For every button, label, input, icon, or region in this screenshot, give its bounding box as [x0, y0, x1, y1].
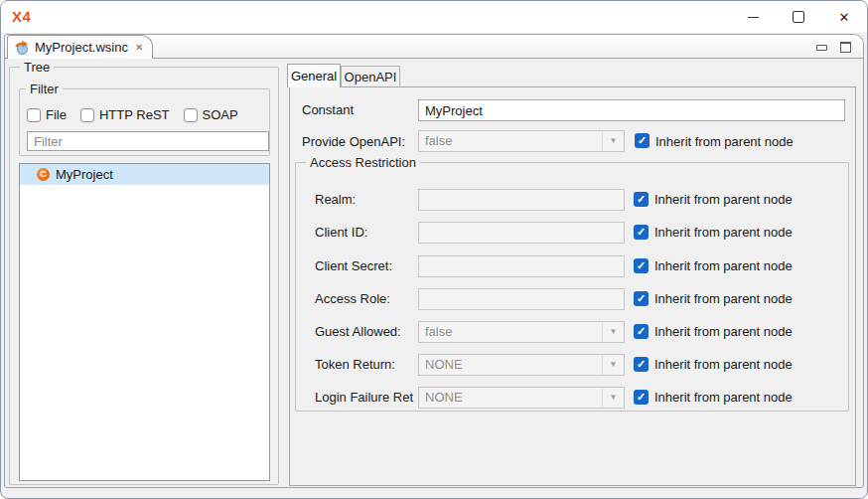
access-role-inherit-label: Inherit from parent node: [654, 288, 793, 310]
login-failure-value: NONE: [419, 388, 602, 408]
token-return-row: Token Return: NONE ▼ ✓ Inherit from pare…: [296, 354, 848, 376]
app-window: X4 ✕ MyProject.wsinc: [0, 0, 868, 499]
login-failure-dropdown[interactable]: NONE ▼: [418, 387, 625, 409]
guest-allowed-inherit-label: Inherit from parent node: [654, 321, 793, 343]
editor-area: MyProject.wsinc ✕ Tree Filter File HTTP …: [4, 34, 864, 488]
guest-allowed-label: Guest Allowed:: [315, 321, 401, 343]
filter-checkbox-row: File HTTP ReST SOAP: [27, 107, 238, 122]
check-icon: ✓: [637, 358, 646, 370]
login-failure-inherit-label: Inherit from parent node: [654, 387, 793, 409]
token-return-value: NONE: [419, 355, 602, 375]
tab-openapi[interactable]: OpenAPI: [341, 66, 400, 86]
client-id-inherit-label: Inherit from parent node: [654, 222, 793, 244]
login-failure-row: Login Failure Ret NONE ▼ ✓ Inherit from …: [296, 387, 848, 409]
client-id-inherit-checkbox[interactable]: ✓: [634, 225, 649, 240]
app-logo: X4: [12, 8, 31, 25]
filter-checkbox-soap-label: SOAP: [203, 107, 238, 122]
window-close-button[interactable]: ✕: [821, 1, 867, 33]
realm-label: Realm:: [315, 189, 356, 211]
check-icon: ✓: [637, 259, 646, 271]
client-secret-row: Client Secret: ✓ Inherit from parent nod…: [296, 255, 848, 277]
provide-openapi-value: false: [419, 131, 602, 151]
access-restriction-group-label: Access Restriction: [306, 155, 420, 170]
tab-general-label: General: [291, 69, 337, 83]
view-minimize-button[interactable]: [816, 45, 827, 51]
check-icon: ✓: [637, 193, 646, 205]
guest-allowed-value: false: [419, 322, 602, 342]
client-secret-inherit-checkbox[interactable]: ✓: [634, 258, 649, 273]
realm-row: Realm: ✓ Inherit from parent node: [296, 189, 848, 211]
check-icon: ✓: [637, 292, 646, 304]
maximize-icon: [793, 11, 804, 23]
editor-tab-myproject[interactable]: MyProject.wsinc ✕: [7, 35, 153, 59]
filter-checkbox-soap[interactable]: [184, 108, 198, 122]
client-id-label: Client ID:: [315, 222, 367, 244]
window-maximize-button[interactable]: [776, 1, 821, 33]
constant-input[interactable]: [418, 99, 845, 121]
view-maximize-icon: [840, 42, 851, 53]
editor-tab-strip: MyProject.wsinc ✕: [5, 35, 863, 59]
wsinc-file-icon: [14, 40, 30, 56]
access-role-input[interactable]: [418, 288, 625, 310]
provide-openapi-dropdown[interactable]: false ▼: [418, 130, 625, 152]
tree-item-myproject[interactable]: C MyProject: [20, 164, 269, 185]
general-tab-panel: Constant Provide OpenAPI: false ▼ ✓ Inhe…: [289, 86, 856, 486]
client-id-row: Client ID: ✓ Inherit from parent node: [296, 222, 848, 244]
token-return-inherit-checkbox[interactable]: ✓: [634, 357, 649, 372]
tree-group: Tree Filter File HTTP ReST SOAP C MyProj…: [9, 67, 279, 485]
dropdown-button: ▼: [602, 322, 624, 342]
project-tree: C MyProject: [19, 163, 270, 481]
tab-general[interactable]: General: [287, 64, 341, 87]
close-icon: ✕: [839, 11, 850, 24]
client-id-input[interactable]: [418, 222, 625, 244]
chevron-down-icon: ▼: [610, 328, 618, 336]
access-restriction-group: Access Restriction Realm: ✓ Inherit from…: [295, 162, 849, 412]
chevron-down-icon: ▼: [610, 361, 618, 369]
filter-input[interactable]: [27, 131, 269, 151]
realm-input[interactable]: [418, 189, 625, 211]
access-role-label: Access Role:: [315, 288, 390, 310]
check-icon: ✓: [637, 226, 646, 238]
provide-openapi-label: Provide OpenAPI:: [302, 131, 405, 153]
filter-checkbox-http-rest-label: HTTP ReST: [99, 107, 170, 122]
dropdown-button: ▼: [602, 388, 624, 408]
tree-item-label: MyProject: [56, 167, 113, 182]
view-maximize-button[interactable]: [840, 42, 851, 53]
dropdown-button: ▼: [602, 355, 624, 375]
window-minimize-button[interactable]: [730, 1, 776, 33]
chevron-down-icon: ▼: [610, 394, 618, 402]
realm-inherit-label: Inherit from parent node: [654, 189, 793, 211]
title-bar: X4 ✕: [1, 1, 867, 33]
access-role-row: Access Role: ✓ Inherit from parent node: [296, 288, 848, 310]
client-secret-inherit-label: Inherit from parent node: [654, 255, 793, 277]
tree-group-label: Tree: [20, 60, 54, 75]
view-buttons: [816, 42, 851, 53]
realm-inherit-checkbox[interactable]: ✓: [634, 192, 649, 207]
tab-openapi-label: OpenAPI: [345, 70, 397, 84]
check-icon: ✓: [638, 134, 647, 146]
chevron-down-icon: ▼: [610, 137, 618, 145]
dropdown-button: ▼: [602, 131, 624, 151]
constant-node-icon: C: [37, 168, 50, 181]
login-failure-inherit-checkbox[interactable]: ✓: [634, 390, 649, 405]
guest-allowed-inherit-checkbox[interactable]: ✓: [634, 324, 649, 339]
window-controls: ✕: [730, 1, 867, 33]
provide-openapi-inherit-checkbox[interactable]: ✓: [635, 133, 650, 148]
access-role-inherit-checkbox[interactable]: ✓: [634, 291, 649, 306]
token-return-dropdown[interactable]: NONE ▼: [418, 354, 625, 376]
client-secret-input[interactable]: [418, 255, 625, 277]
constant-label: Constant: [302, 99, 354, 121]
guest-allowed-dropdown[interactable]: false ▼: [418, 321, 625, 343]
minimize-icon: [748, 17, 759, 18]
filter-group-label: Filter: [26, 82, 63, 96]
tab-close-icon[interactable]: ✕: [135, 42, 143, 53]
token-return-label: Token Return:: [315, 354, 395, 376]
filter-checkbox-http-rest[interactable]: [80, 108, 94, 122]
login-failure-label: Login Failure Ret: [315, 387, 413, 409]
guest-allowed-row: Guest Allowed: false ▼ ✓ Inherit from pa…: [296, 321, 848, 343]
check-icon: ✓: [637, 325, 646, 337]
check-icon: ✓: [637, 391, 646, 403]
token-return-inherit-label: Inherit from parent node: [654, 354, 793, 376]
filter-checkbox-file[interactable]: [27, 108, 41, 122]
provide-openapi-inherit-label: Inherit from parent node: [655, 131, 794, 153]
